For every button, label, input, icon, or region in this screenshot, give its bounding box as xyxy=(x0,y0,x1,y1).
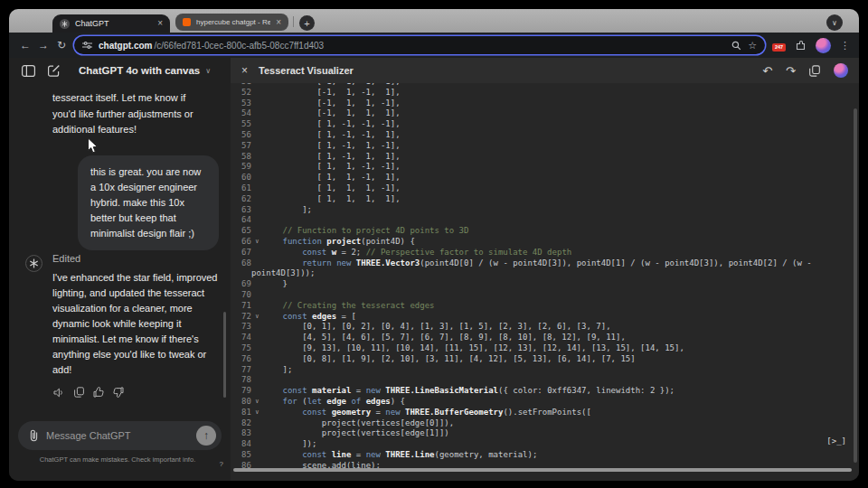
code-line[interactable]: 74[4, 5], [4, 6], [5, 7], [6, 7], [8, 9]… xyxy=(231,333,859,343)
code-line[interactable]: 66∨function project(point4D) { xyxy=(231,237,859,248)
fold-spacer xyxy=(251,354,263,365)
code-line[interactable]: 78 xyxy=(231,375,859,386)
line-number: 67 xyxy=(231,248,251,258)
fold-spacer xyxy=(251,365,263,376)
canvas-title: Tesseract Visualizer xyxy=(259,65,751,76)
code-line[interactable]: 70 xyxy=(231,290,859,301)
tab-chatgpt[interactable]: ChatGPT × xyxy=(52,14,170,33)
fold-spacer xyxy=(251,386,263,397)
code-line[interactable]: 64 xyxy=(231,215,859,226)
copy-icon[interactable] xyxy=(72,386,85,399)
code-line[interactable]: 69} xyxy=(231,279,859,290)
read-aloud-icon[interactable] xyxy=(52,386,65,399)
disclaimer-text: ChatGPT can make mistakes. Check importa… xyxy=(29,455,206,465)
code-line[interactable]: 84]); xyxy=(231,439,859,450)
send-button[interactable]: ↑ xyxy=(196,426,216,446)
code-line[interactable]: 73[0, 1], [0, 2], [0, 4], [1, 3], [1, 5]… xyxy=(231,322,859,333)
chat-scrollbar-thumb[interactable] xyxy=(223,312,226,398)
extensions-icon[interactable] xyxy=(795,40,807,52)
code-text: project(vertices[edge[0]]), xyxy=(263,418,454,429)
code-editor[interactable]: 51[-1, 1, -1, -1],52[-1, 1, -1, 1],53[-1… xyxy=(231,83,859,481)
undo-icon[interactable]: ↶ xyxy=(762,64,772,78)
code-line[interactable]: 67const w = 2; // Perspective factor to … xyxy=(231,248,859,258)
thumbs-up-icon[interactable] xyxy=(92,386,105,399)
code-line[interactable]: 72∨const edges = [ xyxy=(231,312,859,323)
tab-replit[interactable]: hypercube chatgpt - Replit × xyxy=(175,14,288,31)
site-settings-icon[interactable] xyxy=(82,41,92,50)
line-number: 52 xyxy=(231,88,251,99)
code-view-toggle[interactable]: [>_] xyxy=(826,436,846,446)
fold-chevron-icon[interactable]: ∨ xyxy=(251,237,263,248)
sidebar-toggle-icon[interactable] xyxy=(22,65,35,77)
code-line[interactable]: 77]; xyxy=(231,365,859,376)
browser-profile-avatar[interactable] xyxy=(816,38,831,53)
code-line[interactable]: 82project(vertices[edge[0]]), xyxy=(231,418,859,429)
code-line[interactable]: 83project(vertices[edge[1]]) xyxy=(231,428,859,439)
thumbs-down-icon[interactable] xyxy=(112,386,125,399)
code-line[interactable]: 76[0, 8], [1, 9], [2, 10], [3, 11], [4, … xyxy=(231,354,859,365)
code-line[interactable]: 58[ 1, -1, 1, 1], xyxy=(231,152,859,163)
code-text: [-1, 1, 1, 1], xyxy=(263,108,401,119)
code-line[interactable]: 59[ 1, 1, -1, -1], xyxy=(231,162,859,173)
editor-vertical-scrollbar-thumb[interactable] xyxy=(854,108,857,463)
fold-spacer xyxy=(251,99,263,109)
code-line[interactable]: 63]; xyxy=(231,205,859,216)
forward-icon[interactable]: → xyxy=(34,39,52,52)
url-host[interactable]: chatgpt.com xyxy=(99,41,152,51)
code-line[interactable]: 57[ 1, -1, 1, -1], xyxy=(231,141,859,152)
editor-horizontal-scrollbar-thumb[interactable] xyxy=(233,468,852,472)
code-text: const geometry = new THREE.BufferGeometr… xyxy=(263,408,591,418)
tab-close-icon[interactable]: × xyxy=(157,19,163,28)
code-line[interactable]: 53[-1, 1, 1, -1], xyxy=(231,99,859,109)
model-selector[interactable]: ChatGPT 4o with canvas ∨ xyxy=(79,65,211,76)
code-line[interactable]: 54[-1, 1, 1, 1], xyxy=(231,108,859,119)
code-text: ]; xyxy=(263,365,293,376)
fold-chevron-icon[interactable]: ∨ xyxy=(251,312,263,323)
canvas-user-avatar[interactable] xyxy=(834,63,848,78)
back-icon[interactable]: ← xyxy=(16,39,34,52)
fold-spacer xyxy=(251,173,263,183)
search-icon[interactable] xyxy=(731,41,741,51)
code-line[interactable]: 55[ 1, -1, -1, -1], xyxy=(231,119,859,130)
code-line[interactable]: 65// Function to project 4D points to 3D xyxy=(231,226,859,237)
copy-canvas-icon[interactable] xyxy=(809,65,820,77)
code-line[interactable]: point4D[3])); xyxy=(231,268,859,279)
fold-spacer xyxy=(251,322,263,333)
code-text: [ 1, -1, -1, 1], xyxy=(263,130,401,141)
help-button[interactable]: ? xyxy=(220,460,223,468)
code-line[interactable]: 75[9, 13], [10, 11], [10, 14], [11, 15],… xyxy=(231,343,859,354)
code-line[interactable]: 80∨for (let edge of edges) { xyxy=(231,397,859,408)
tab-close-icon[interactable]: × xyxy=(276,18,281,27)
code-line[interactable]: 68return new THREE.Vector3(point4D[0] / … xyxy=(231,258,859,269)
code-text: [0, 8], [1, 9], [2, 10], [3, 11], [4, 12… xyxy=(263,354,636,365)
redo-icon[interactable]: ↷ xyxy=(786,64,796,78)
kebab-menu-icon[interactable]: ⋮ xyxy=(840,40,850,52)
bookmark-star-icon[interactable]: ☆ xyxy=(748,40,757,52)
code-line[interactable]: 56[ 1, -1, -1, 1], xyxy=(231,130,859,141)
code-line[interactable]: 79const material = new THREE.LineBasicMa… xyxy=(231,386,859,397)
address-bar[interactable]: chatgpt.com/c/66fed781-0cec-800c-afb5-08… xyxy=(74,36,765,54)
compose-icon[interactable] xyxy=(48,65,61,77)
close-canvas-icon[interactable]: × xyxy=(241,64,248,77)
code-line[interactable]: 85const line = new THREE.Line(geometry, … xyxy=(231,450,859,461)
code-line[interactable]: 61[ 1, 1, 1, -1], xyxy=(231,183,859,194)
chat-panel: ChatGPT 4o with canvas ∨ tesseract itsel… xyxy=(9,58,231,481)
url-path[interactable]: /c/66fed781-0cec-800c-afb5-08cc7ff1d403 xyxy=(154,41,324,51)
canvas-panel: × Tesseract Visualizer ↶ ↷ 51[-1, 1, -1,… xyxy=(231,58,859,481)
code-line[interactable]: 62[ 1, 1, 1, 1], xyxy=(231,194,859,205)
adblock-extension-icon[interactable]: 247 xyxy=(772,43,786,52)
tab-search-chevron-icon[interactable]: ∨ xyxy=(826,14,843,31)
fold-chevron-icon[interactable]: ∨ xyxy=(251,408,263,418)
paperclip-icon[interactable] xyxy=(29,429,39,442)
fold-chevron-icon[interactable]: ∨ xyxy=(251,397,263,408)
new-tab-button[interactable]: + xyxy=(299,15,315,31)
model-name: ChatGPT 4o with canvas xyxy=(79,65,200,76)
code-line[interactable]: 60[ 1, 1, -1, 1], xyxy=(231,173,859,183)
code-line[interactable]: 71// Creating the tesseract edges xyxy=(231,301,859,312)
line-number: 64 xyxy=(231,215,251,226)
reload-icon[interactable]: ↻ xyxy=(52,39,71,52)
code-line[interactable]: 52[-1, 1, -1, 1], xyxy=(231,88,859,99)
message-input[interactable]: Message ChatGPT ↑ xyxy=(18,421,222,450)
code-line[interactable]: 81∨const geometry = new THREE.BufferGeom… xyxy=(231,408,859,418)
replit-favicon-icon xyxy=(183,18,191,26)
